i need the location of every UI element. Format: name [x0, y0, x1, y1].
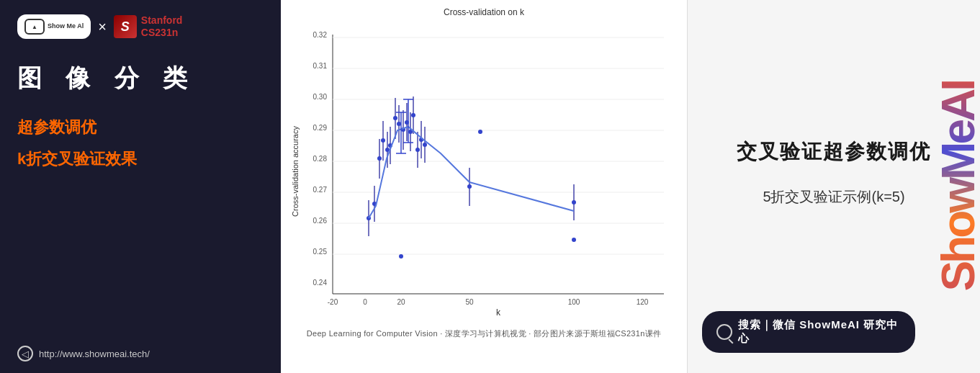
- svg-point-59: [467, 184, 472, 189]
- svg-point-57: [399, 254, 403, 259]
- svg-text:0: 0: [363, 298, 367, 306]
- stanford-logo: S StanfordCS231n: [114, 14, 183, 39]
- svg-point-32: [377, 156, 382, 161]
- search-bar[interactable]: 搜索｜微信 ShowMeAI 研究中心: [702, 311, 915, 353]
- svg-point-42: [397, 122, 401, 126]
- right-panel: ShowMeAI 交叉验证超参数调优 5折交叉验证示例(k=5) 搜索｜微信 S…: [688, 0, 980, 373]
- svg-text:0.25: 0.25: [313, 248, 328, 256]
- svg-text:Cross-validation accuracy: Cross-validation accuracy: [291, 126, 300, 217]
- showme-logo: Show Me Al: [17, 14, 91, 39]
- svg-text:0.28: 0.28: [313, 155, 328, 163]
- svg-text:0.26: 0.26: [313, 217, 328, 225]
- x-symbol: ×: [98, 19, 107, 35]
- chart-svg: 0.32 0.31 0.30 0.29 0.28 0.27 0.26 0.25 …: [289, 20, 678, 337]
- svg-text:0.32: 0.32: [313, 31, 328, 39]
- showme-text: Show Me Al: [48, 23, 84, 30]
- svg-text:0.24: 0.24: [313, 279, 328, 287]
- svg-point-56: [423, 143, 427, 147]
- svg-text:0.29: 0.29: [313, 124, 328, 132]
- svg-point-50: [411, 113, 415, 117]
- chart-title: Cross-validation on k: [289, 7, 678, 17]
- svg-point-63: [572, 238, 576, 242]
- svg-text:50: 50: [465, 298, 474, 306]
- svg-point-60: [478, 130, 482, 134]
- svg-point-40: [393, 116, 397, 120]
- section-label-hyperparams: 超参数调优: [17, 117, 96, 138]
- svg-text:20: 20: [397, 298, 405, 306]
- svg-point-62: [572, 200, 576, 205]
- svg-point-52: [415, 148, 420, 152]
- right-watermark: ShowMeAI: [930, 0, 980, 373]
- svg-text:0.31: 0.31: [313, 62, 328, 70]
- svg-text:0.30: 0.30: [313, 93, 328, 101]
- svg-text:0.27: 0.27: [313, 186, 328, 194]
- search-icon: [716, 324, 732, 340]
- svg-text:100: 100: [568, 298, 580, 306]
- section-label-crossval: k折交叉验证效果: [17, 148, 137, 170]
- svg-text:-20: -20: [328, 298, 338, 306]
- stanford-text: StanfordCS231n: [141, 14, 183, 39]
- left-panel: Show Me Al × S StanfordCS231n 图 像 分 类 超参…: [0, 0, 281, 373]
- watermark-text: ShowMeAI: [932, 81, 980, 292]
- stanford-s-icon: S: [114, 15, 137, 38]
- nav-icon: ◁: [17, 346, 33, 361]
- main-heading: 交叉验证超参数调优: [737, 138, 931, 166]
- center-panel: Cross-validation on k 0.32 0.31 0.30 0.2…: [281, 0, 688, 373]
- svg-text:120: 120: [637, 298, 649, 306]
- sub-heading: 5折交叉验证示例(k=5): [763, 187, 904, 207]
- chart-area: Cross-validation on k 0.32 0.31 0.30 0.2…: [289, 7, 678, 324]
- logo-bar: Show Me Al × S StanfordCS231n: [17, 14, 182, 39]
- svg-point-34: [381, 138, 385, 143]
- website-link[interactable]: ◁ http://www.showmeai.tech/: [17, 346, 150, 361]
- website-url: http://www.showmeai.tech/: [39, 349, 150, 359]
- page-title: 图 像 分 类: [17, 62, 196, 95]
- search-text: 搜索｜微信 ShowMeAI 研究中心: [738, 318, 901, 346]
- svg-text:k: k: [496, 307, 501, 318]
- nav-arrow: ◁: [22, 349, 29, 359]
- showme-logo-icon: [24, 19, 45, 35]
